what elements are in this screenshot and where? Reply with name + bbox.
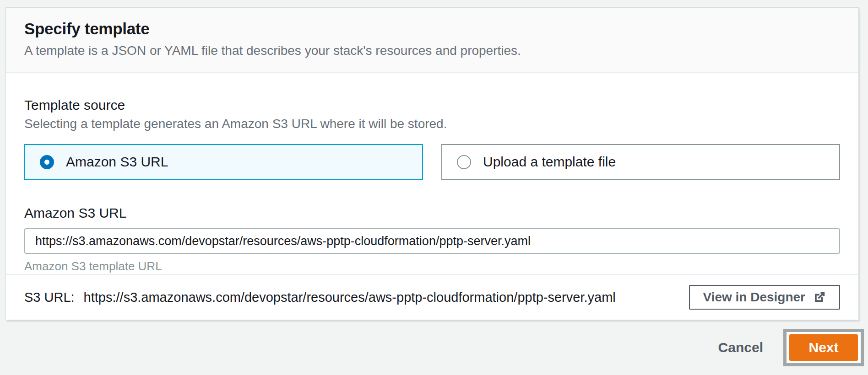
cancel-button[interactable]: Cancel xyxy=(718,340,763,355)
view-in-designer-button[interactable]: View in Designer xyxy=(689,285,840,310)
radio-unchecked-icon[interactable] xyxy=(457,155,471,169)
view-in-designer-label: View in Designer xyxy=(703,290,805,305)
panel-header: Specify template A template is a JSON or… xyxy=(6,8,858,73)
page-description: A template is a JSON or YAML file that d… xyxy=(24,43,840,58)
s3-url-field-label: Amazon S3 URL xyxy=(24,205,840,221)
panel-body: Template source Selecting a template gen… xyxy=(6,73,858,274)
radio-tile-label: Amazon S3 URL xyxy=(66,154,168,170)
template-source-options: Amazon S3 URL Upload a template file xyxy=(24,144,840,180)
footer-s3-url-label: S3 URL: xyxy=(24,290,75,305)
template-source-helper: Selecting a template generates an Amazon… xyxy=(24,117,840,131)
radio-tile-amazon-s3-url[interactable]: Amazon S3 URL xyxy=(24,144,423,180)
radio-checked-icon[interactable] xyxy=(40,155,54,169)
panel-footer: S3 URL:https://s3.amazonaws.com/devopsta… xyxy=(6,274,858,320)
footer-s3-url: S3 URL:https://s3.amazonaws.com/devopsta… xyxy=(24,290,616,305)
next-button[interactable]: Next xyxy=(789,334,858,361)
external-link-icon xyxy=(813,290,826,304)
s3-url-section: Amazon S3 URL Amazon S3 template URL xyxy=(24,205,840,273)
radio-tile-label: Upload a template file xyxy=(483,154,616,170)
s3-url-field-helper: Amazon S3 template URL xyxy=(24,259,840,273)
next-button-highlight-frame: Next xyxy=(783,329,864,366)
wizard-actions: Cancel Next xyxy=(0,320,868,375)
radio-tile-upload-template-file[interactable]: Upload a template file xyxy=(441,144,840,180)
specify-template-panel: Specify template A template is a JSON or… xyxy=(5,7,859,320)
page-title: Specify template xyxy=(24,20,840,38)
template-source-label: Template source xyxy=(24,97,840,113)
s3-url-input[interactable] xyxy=(24,228,840,254)
footer-s3-url-value: https://s3.amazonaws.com/devopstar/resou… xyxy=(84,290,616,305)
